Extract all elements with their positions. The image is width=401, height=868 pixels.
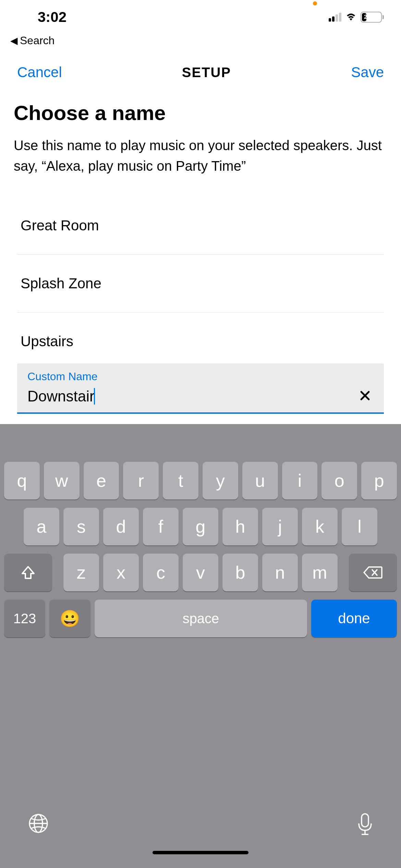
battery-percent: 23 bbox=[364, 14, 370, 20]
page-description: Use this name to play music on your sele… bbox=[14, 135, 387, 176]
emoji-icon: 😀 bbox=[60, 609, 80, 628]
keyboard-row-4: 123 😀 space done bbox=[0, 600, 401, 637]
key-n[interactable]: n bbox=[262, 554, 298, 591]
battery-icon: 23 bbox=[361, 12, 384, 23]
nav-header: Cancel SETUP Save bbox=[0, 54, 401, 94]
key-a[interactable]: a bbox=[24, 508, 59, 545]
emoji-key[interactable]: 😀 bbox=[49, 600, 90, 637]
custom-name-field[interactable]: Downstair bbox=[27, 388, 95, 405]
keyboard: q w e r t y u i o p a s d f g h j k l bbox=[0, 424, 401, 868]
numbers-key[interactable]: 123 bbox=[4, 600, 45, 637]
key-q[interactable]: q bbox=[4, 462, 40, 499]
key-v[interactable]: v bbox=[183, 554, 218, 591]
key-r[interactable]: r bbox=[123, 462, 159, 499]
key-x[interactable]: x bbox=[103, 554, 139, 591]
input-label: Custom Name bbox=[27, 370, 374, 383]
key-c[interactable]: c bbox=[143, 554, 179, 591]
key-e[interactable]: e bbox=[84, 462, 119, 499]
globe-icon[interactable] bbox=[27, 812, 49, 834]
key-u[interactable]: u bbox=[242, 462, 278, 499]
status-time: 3:02 bbox=[17, 9, 66, 25]
key-t[interactable]: t bbox=[163, 462, 198, 499]
key-d[interactable]: d bbox=[103, 508, 139, 545]
save-button[interactable]: Save bbox=[351, 64, 384, 81]
keyboard-row-1: q w e r t y u i o p bbox=[4, 462, 397, 499]
backspace-icon bbox=[363, 566, 382, 579]
clear-input-button[interactable] bbox=[356, 385, 374, 407]
key-k[interactable]: k bbox=[302, 508, 338, 545]
custom-name-input-wrapper[interactable]: Custom Name Downstair bbox=[17, 363, 384, 414]
status-bar: 3:02 23 bbox=[0, 0, 401, 34]
wifi-icon bbox=[345, 12, 357, 22]
space-key[interactable]: space bbox=[95, 600, 307, 637]
key-b[interactable]: b bbox=[222, 554, 258, 591]
key-y[interactable]: y bbox=[203, 462, 238, 499]
list-item[interactable]: Splash Zone bbox=[17, 255, 384, 313]
shift-icon bbox=[20, 564, 37, 581]
nav-title: SETUP bbox=[182, 65, 231, 80]
home-indicator[interactable] bbox=[153, 851, 248, 854]
key-p[interactable]: p bbox=[361, 462, 397, 499]
key-l[interactable]: l bbox=[342, 508, 377, 545]
close-icon bbox=[360, 390, 370, 401]
key-j[interactable]: j bbox=[262, 508, 298, 545]
back-label: Search bbox=[20, 34, 54, 47]
back-arrow-icon: ◀ bbox=[10, 35, 18, 46]
keyboard-row-3: z x c v b n m bbox=[4, 554, 397, 591]
key-w[interactable]: w bbox=[44, 462, 80, 499]
list-item[interactable]: Upstairs bbox=[17, 313, 384, 360]
key-o[interactable]: o bbox=[321, 462, 357, 499]
mic-icon[interactable] bbox=[356, 812, 374, 837]
status-indicators: 23 bbox=[329, 12, 384, 23]
cellular-signal-icon bbox=[329, 13, 341, 22]
cancel-button[interactable]: Cancel bbox=[17, 64, 62, 81]
list-item[interactable]: Great Room bbox=[17, 197, 384, 255]
shift-key[interactable] bbox=[4, 554, 52, 591]
page-title: Choose a name bbox=[14, 101, 387, 125]
key-z[interactable]: z bbox=[63, 554, 99, 591]
text-cursor bbox=[94, 388, 95, 405]
svg-rect-3 bbox=[362, 814, 368, 827]
keyboard-row-2: a s d f g h j k l bbox=[4, 508, 397, 545]
keyboard-footer bbox=[0, 799, 401, 844]
key-h[interactable]: h bbox=[222, 508, 258, 545]
done-key[interactable]: done bbox=[311, 600, 397, 637]
key-s[interactable]: s bbox=[63, 508, 99, 545]
key-m[interactable]: m bbox=[302, 554, 338, 591]
breadcrumb-back[interactable]: ◀ Search bbox=[0, 34, 401, 54]
content: Choose a name Use this name to play musi… bbox=[0, 94, 401, 424]
key-i[interactable]: i bbox=[282, 462, 318, 499]
key-f[interactable]: f bbox=[143, 508, 179, 545]
backspace-key[interactable] bbox=[349, 554, 397, 591]
mic-indicator-dot bbox=[313, 1, 317, 5]
key-g[interactable]: g bbox=[183, 508, 218, 545]
suggestion-list: Great Room Splash Zone Upstairs bbox=[14, 197, 387, 360]
